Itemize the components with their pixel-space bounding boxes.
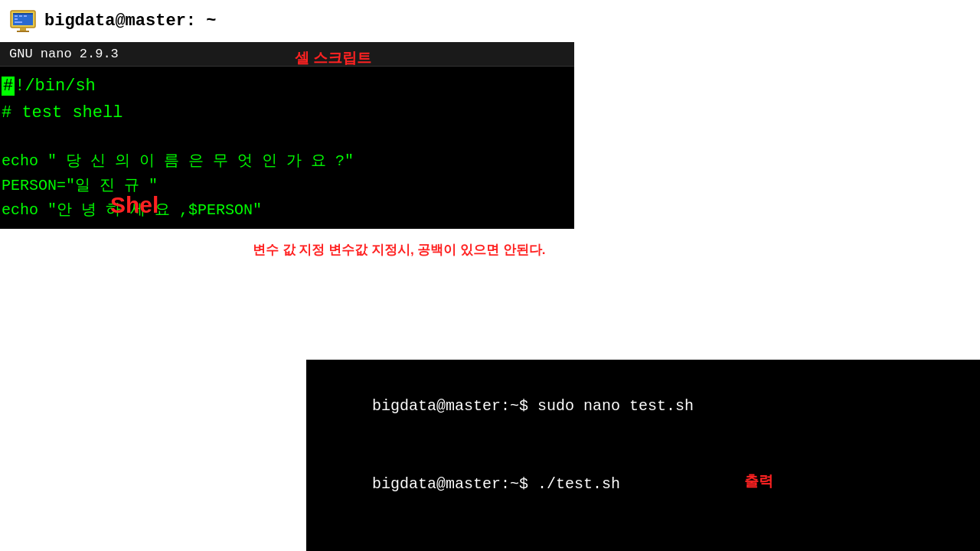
- top-section: GNU nano 2.9.3 #!/bin/sh # test shell ec…: [0, 42, 980, 229]
- bottom-terminal-wrapper: bigdata@master:~$ sudo nano test.sh bigd…: [306, 358, 980, 551]
- line-echo2: echo "안 녕 하 세 요 ,$PERSON": [2, 198, 574, 223]
- bottom-line-1: bigdata@master:~$ sudo nano test.sh: [317, 367, 969, 445]
- window-title: bigdata@master: ~: [44, 11, 216, 31]
- svg-rect-9: [17, 31, 29, 32]
- line-empty-1: [2, 126, 574, 149]
- svg-rect-6: [15, 18, 18, 20]
- terminal-icon: [9, 8, 37, 35]
- svg-rect-7: [15, 21, 22, 23]
- prompt-1: bigdata@master:~$ sudo nano test.sh: [372, 397, 694, 415]
- terminal-top-header: GNU nano 2.9.3: [0, 42, 574, 67]
- svg-rect-3: [15, 15, 18, 17]
- bottom-line-2: bigdata@master:~$ ./test.sh: [317, 445, 969, 523]
- right-area: [574, 42, 980, 229]
- shebang-rest: !/bin/sh: [15, 77, 96, 96]
- top-section-wrapper: GNU nano 2.9.3 #!/bin/sh # test shell ec…: [0, 42, 980, 229]
- shebang-hash: #: [2, 77, 15, 96]
- nano-version-label: GNU nano 2.9.3: [9, 47, 119, 61]
- svg-rect-2: [13, 13, 33, 15]
- line-echo1: echo " 당 신 의 이 름 은 무 엇 인 가 요 ?": [2, 149, 574, 174]
- comment-hash: #: [2, 103, 11, 122]
- line-shebang: #!/bin/sh: [2, 73, 574, 99]
- terminal-top-body: #!/bin/sh # test shell echo " 당 신 의 이 름 …: [0, 67, 574, 229]
- svg-rect-4: [19, 15, 22, 17]
- person-var: PERSON="일 진 규 ": [2, 177, 158, 194]
- svg-rect-8: [20, 28, 26, 31]
- annotation-output: 출력: [744, 471, 773, 491]
- top-terminal: GNU nano 2.9.3 #!/bin/sh # test shell ec…: [0, 42, 574, 229]
- comment-text: test shell: [11, 103, 122, 122]
- prompt-2: bigdata@master:~$ ./test.sh: [372, 475, 620, 493]
- title-bar: bigdata@master: ~: [0, 0, 980, 42]
- svg-rect-5: [24, 15, 27, 17]
- bottom-terminal: bigdata@master:~$ sudo nano test.sh bigd…: [306, 360, 980, 551]
- line-comment: # test shell: [2, 99, 574, 126]
- line-person: PERSON="일 진 규 ": [2, 174, 574, 198]
- annotation-variable: 변수 값 지정 변수값 지정시, 공백이 있으면 안된다.: [253, 241, 546, 259]
- bottom-line-3: 당 신 의 이 름 은 무 엇 인 가 요 ?: [317, 523, 969, 551]
